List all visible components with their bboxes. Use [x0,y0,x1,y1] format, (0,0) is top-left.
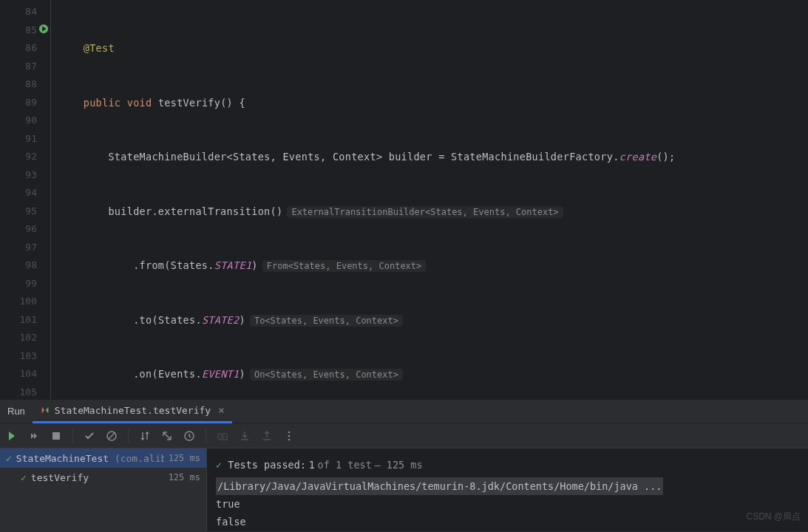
check-icon: ✓ [6,453,12,464]
punct: () { [220,97,245,109]
line-number: 88 [0,75,37,94]
type-hint: From<States, Events, Context> [262,260,427,272]
svg-rect-1 [52,432,60,440]
separator [72,429,73,443]
show-ignored-icon[interactable] [106,430,118,442]
type-hint: To<States, Events, Context> [250,315,403,327]
console-line: false [216,513,799,531]
test-tree[interactable]: ✓ StateMachineTest (com.aliba 125 ms ✓ t… [0,449,207,531]
editor-area: 84 85 86 87 88 89 90 91 92 93 94 95 96 9… [0,0,808,399]
line-number: 97 [0,239,37,257]
sort-icon[interactable] [139,430,151,442]
keyword: void [127,97,152,109]
line-number: 85 [0,21,37,40]
type: StateMachineBuilder [108,151,226,163]
rerun-icon[interactable] [6,430,18,442]
console-output[interactable]: ✓ Tests passed: 1 of 1 test – 125 ms /Li… [207,449,808,531]
screenshot-icon[interactable] [217,430,228,442]
import-icon[interactable] [239,430,251,442]
results-area: ✓ StateMachineTest (com.aliba 125 ms ✓ t… [0,449,808,531]
history-icon[interactable] [183,430,195,442]
line-number: 103 [0,347,37,366]
separator [128,429,129,443]
export-icon[interactable] [261,430,273,442]
line-number: 95 [0,202,37,221]
svg-rect-5 [218,434,227,440]
tree-time: 125 ms [169,472,200,482]
enum-constant: STATE2 [202,314,240,326]
stop-icon[interactable] [50,430,62,442]
line-number: 104 [0,365,37,383]
line-number: 96 [0,220,37,239]
method-name: testVerify [158,97,220,109]
svg-point-9 [288,438,291,440]
close-tab-icon[interactable]: × [218,404,224,416]
svg-point-8 [288,434,291,437]
code-editor[interactable]: @Test public void testVerify() { StateMa… [50,0,808,399]
line-number: 86 [0,39,37,58]
run-label: Run [0,406,33,417]
test-summary: ✓ Tests passed: 1 of 1 test – 125 ms [216,453,799,477]
enum-constant: EVENT1 [202,368,240,380]
line-number: 90 [0,112,37,130]
console-line: true [216,495,799,513]
enum-constant: STATE1 [214,259,252,271]
line-number: 94 [0,184,37,202]
expand-icon[interactable] [161,430,173,442]
tree-row-class[interactable]: ✓ StateMachineTest (com.aliba 125 ms [0,449,206,468]
line-number: 101 [0,311,37,330]
svg-point-7 [288,431,291,433]
line-number: 99 [0,275,37,293]
more-icon[interactable] [283,430,295,442]
line-number: 100 [0,293,37,311]
type-hint: On<States, Events, Context> [250,369,403,381]
run-toolbar [0,423,808,449]
keyword: public [84,97,121,109]
line-number: 89 [0,94,37,112]
run-tool-window: Run StateMachineTest.testVerify × ✓ Stat… [0,399,808,531]
run-tab[interactable]: StateMachineTest.testVerify × [33,400,232,423]
run-tab-label: StateMachineTest.testVerify [55,405,211,416]
check-icon: ✓ [21,472,27,483]
line-number: 102 [0,329,37,347]
show-passed-icon[interactable] [84,430,95,442]
line-number: 84 [0,3,37,21]
svg-point-6 [221,435,224,438]
line-number: 92 [0,148,37,166]
separator [206,429,206,443]
tree-label: StateMachineTest (com.aliba [16,453,164,464]
run-gutter-icon[interactable] [38,24,49,34]
run-tabs: Run StateMachineTest.testVerify × [0,400,808,423]
watermark: CSDN @局点 [746,511,801,523]
line-number: 98 [0,256,37,275]
gutter: 84 85 86 87 88 89 90 91 92 93 94 95 96 9… [0,0,50,399]
static-method: create [619,151,657,163]
line-number: 105 [0,383,37,402]
tree-row-method[interactable]: ✓ testVerify 125 ms [0,468,206,487]
svg-line-3 [109,433,115,439]
line-number: 87 [0,58,37,76]
console-line: /Library/Java/JavaVirtualMachines/temuri… [216,477,799,495]
line-number: 93 [0,166,37,185]
test-config-icon [40,405,50,415]
annotation: @Test [84,42,115,54]
tree-label: testVerify [31,472,164,483]
tree-time: 125 ms [169,453,200,463]
line-number: 91 [0,130,37,149]
rerun-failed-icon[interactable] [28,430,40,442]
type-hint: ExternalTransitionBuilder<States, Events… [287,206,563,218]
